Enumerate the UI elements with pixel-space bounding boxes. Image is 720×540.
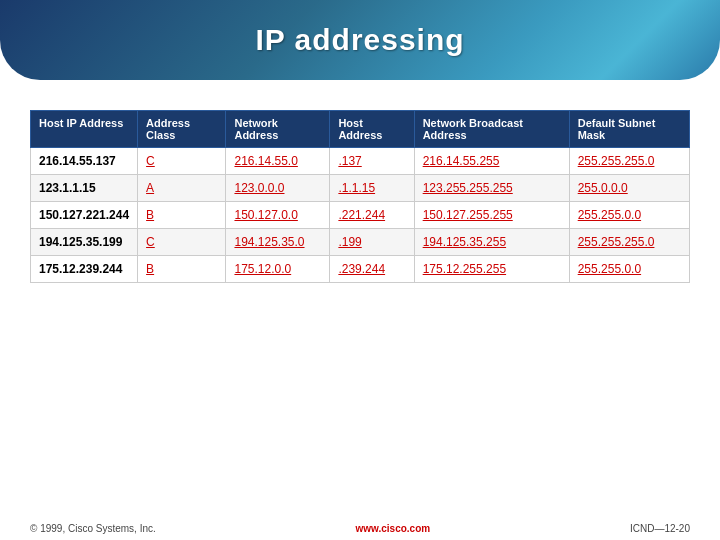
table-cell: C: [138, 229, 226, 256]
table-cell: 194.125.35.255: [414, 229, 569, 256]
table-cell: A: [138, 175, 226, 202]
table-cell: 123.0.0.0: [226, 175, 330, 202]
content-area: Host IP Address Address Class Network Ad…: [0, 80, 720, 517]
table-cell: 175.12.0.0: [226, 256, 330, 283]
table-cell: .239.244: [330, 256, 414, 283]
table-row: 194.125.35.199C194.125.35.0.199194.125.3…: [31, 229, 690, 256]
table-cell: 216.14.55.255: [414, 148, 569, 175]
footer-left: © 1999, Cisco Systems, Inc.: [30, 523, 156, 534]
table-cell: .137: [330, 148, 414, 175]
table-cell: 194.125.35.0: [226, 229, 330, 256]
table-cell: 216.14.55.0: [226, 148, 330, 175]
table-cell: 150.127.255.255: [414, 202, 569, 229]
table-cell: .221.244: [330, 202, 414, 229]
table-cell: 150.127.0.0: [226, 202, 330, 229]
footer: © 1999, Cisco Systems, Inc. www.cisco.co…: [0, 517, 720, 540]
table-row: 216.14.55.137C216.14.55.0.137216.14.55.2…: [31, 148, 690, 175]
col-network-address: Network Address: [226, 111, 330, 148]
table-cell: 255.255.255.0: [569, 229, 689, 256]
table-cell: 255.0.0.0: [569, 175, 689, 202]
table-header-row: Host IP Address Address Class Network Ad…: [31, 111, 690, 148]
table-cell: 255.255.0.0: [569, 202, 689, 229]
table-row: 175.12.239.244B175.12.0.0.239.244175.12.…: [31, 256, 690, 283]
col-subnet-mask: Default Subnet Mask: [569, 111, 689, 148]
table-cell: 255.255.255.0: [569, 148, 689, 175]
table-cell: 150.127.221.244: [31, 202, 138, 229]
table-cell: 175.12.255.255: [414, 256, 569, 283]
table-cell: 194.125.35.199: [31, 229, 138, 256]
table-row: 123.1.1.15A123.0.0.0.1.1.15123.255.255.2…: [31, 175, 690, 202]
table-cell: .199: [330, 229, 414, 256]
col-broadcast-address: Network Broadcast Address: [414, 111, 569, 148]
col-host-ip: Host IP Address: [31, 111, 138, 148]
table-cell: 175.12.239.244: [31, 256, 138, 283]
table-cell: B: [138, 256, 226, 283]
header: IP addressing: [0, 0, 720, 80]
slide-title: IP addressing: [255, 23, 464, 57]
ip-table: Host IP Address Address Class Network Ad…: [30, 110, 690, 283]
table-cell: 216.14.55.137: [31, 148, 138, 175]
table-row: 150.127.221.244B150.127.0.0.221.244150.1…: [31, 202, 690, 229]
col-address-class: Address Class: [138, 111, 226, 148]
col-host-address: Host Address: [330, 111, 414, 148]
table-cell: 123.255.255.255: [414, 175, 569, 202]
footer-center: www.cisco.com: [356, 523, 431, 534]
table-cell: 255.255.0.0: [569, 256, 689, 283]
footer-right: ICND—12-20: [630, 523, 690, 534]
slide: IP addressing Host IP Address Address Cl…: [0, 0, 720, 540]
table-cell: .1.1.15: [330, 175, 414, 202]
table-cell: B: [138, 202, 226, 229]
table-cell: 123.1.1.15: [31, 175, 138, 202]
table-cell: C: [138, 148, 226, 175]
